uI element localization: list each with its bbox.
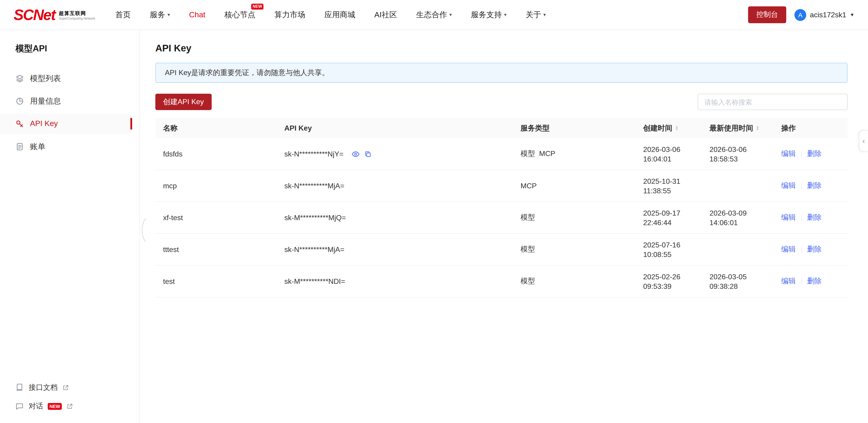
- row-service-type: 模型: [513, 213, 636, 222]
- delete-link[interactable]: 删除: [807, 181, 822, 191]
- row-last-used-time: 2026-03-0509:38:28: [702, 272, 774, 291]
- panel-collapse-tab[interactable]: ‹: [859, 130, 868, 152]
- nav-item-label: 生态合作: [416, 9, 447, 20]
- nav-item[interactable]: 算力市场: [274, 9, 305, 20]
- sidebar-item-chat[interactable]: 对话 NEW: [16, 402, 140, 411]
- row-api-key: sk-N**********NjY=: [284, 150, 344, 158]
- edit-link[interactable]: 编辑: [781, 149, 796, 159]
- chevron-down-icon: ▾: [504, 12, 506, 18]
- copy-icon[interactable]: [365, 150, 372, 158]
- nav-item[interactable]: AI社区: [374, 9, 397, 20]
- sort-icons: ▲▼: [675, 125, 679, 131]
- row-api-key: sk-M**********MjQ=: [284, 214, 346, 222]
- header-created-sort[interactable]: 创建时间 ▲▼: [636, 123, 702, 133]
- divider: [801, 182, 802, 189]
- edit-link[interactable]: 编辑: [781, 277, 796, 286]
- nav-item-label: 应用商城: [324, 9, 355, 20]
- external-link-icon: [66, 403, 73, 410]
- nav-item[interactable]: 应用商城: [324, 9, 355, 20]
- divider: [801, 215, 802, 221]
- user-menu[interactable]: A acis172sk1 ▼: [795, 9, 855, 21]
- top-navbar: SCNet 超算互联网 SuperComputing Network 首页 服务…: [0, 0, 868, 30]
- nav-item-label: 首页: [115, 9, 131, 20]
- nav-item[interactable]: 生态合作 ▾: [416, 9, 452, 20]
- chevron-down-icon: ▼: [850, 12, 855, 17]
- delete-link[interactable]: 删除: [807, 245, 822, 254]
- header-name: 名称: [155, 123, 277, 133]
- nav-item[interactable]: Chat: [189, 10, 205, 19]
- edit-link[interactable]: 编辑: [781, 213, 796, 222]
- table-row: fdsfds sk-N**********NjY= 模型 MCP 2026-03…: [155, 138, 847, 170]
- layers-icon: [16, 74, 24, 83]
- sidebar-collapse-handle[interactable]: [140, 218, 147, 245]
- row-service-type: 模型: [513, 277, 636, 286]
- delete-link[interactable]: 删除: [807, 213, 822, 222]
- delete-link[interactable]: 删除: [807, 277, 822, 286]
- console-button[interactable]: 控制台: [748, 6, 786, 23]
- table-body: fdsfds sk-N**********NjY= 模型 MCP 2026-03…: [155, 138, 847, 298]
- external-link-icon: [62, 384, 69, 391]
- chat-bubble-icon: [16, 402, 24, 411]
- toolbar: 创建API Key: [155, 94, 847, 110]
- row-last-used-time: 2026-03-0914:06:01: [702, 208, 774, 227]
- nav-items: 首页 服务 ▾ Chat 核心节点 NEW 算力市场 应用商城 AI社区 生态合…: [115, 9, 546, 20]
- info-alert: API Key是请求的重要凭证，请勿随意与他人共享。: [155, 63, 847, 83]
- sidebar-item-label: 模型列表: [30, 73, 61, 83]
- chevron-down-icon: ▾: [544, 12, 546, 18]
- row-service-type: 模型: [513, 245, 636, 254]
- edit-link[interactable]: 编辑: [781, 181, 796, 191]
- row-service-type: 模型 MCP: [513, 149, 636, 159]
- create-api-key-button[interactable]: 创建API Key: [155, 94, 212, 110]
- header-service-type: 服务类型: [513, 123, 636, 133]
- pie-chart-icon: [16, 97, 24, 105]
- sidebar-item-model-list[interactable]: 模型列表: [0, 68, 131, 88]
- page-title: API Key: [155, 43, 847, 54]
- nav-item[interactable]: 关于 ▾: [526, 9, 546, 20]
- new-badge: NEW: [251, 4, 264, 9]
- row-created-time: 2025-07-1610:08:55: [636, 240, 702, 259]
- delete-link[interactable]: 删除: [807, 149, 822, 159]
- app-window: SCNet 超算互联网 SuperComputing Network 首页 服务…: [0, 0, 868, 423]
- table-header: 名称 API Key 服务类型 创建时间 ▲▼ 最新使用时间 ▲▼ 操作: [155, 118, 847, 138]
- sidebar-item-label: 用量信息: [30, 96, 61, 106]
- header-last-used-sort[interactable]: 最新使用时间 ▲▼: [702, 123, 774, 133]
- book-icon: [16, 384, 24, 392]
- nav-item[interactable]: 服务 ▾: [150, 9, 170, 20]
- chevron-left-icon: ‹: [863, 137, 865, 145]
- sidebar-item-billing[interactable]: 账单: [0, 137, 131, 157]
- sidebar-item-api-docs[interactable]: 接口文档: [16, 383, 140, 393]
- row-name: fdsfds: [155, 150, 277, 158]
- nav-item-label: 关于: [526, 9, 541, 20]
- scnet-logo[interactable]: SCNet 超算互联网 SuperComputing Network: [13, 6, 95, 23]
- table-row: mcp sk-N**********MjA= MCP 2025-10-3111:…: [155, 170, 847, 202]
- sidebar-footer: 接口文档 对话 NEW: [0, 383, 140, 423]
- sidebar-item-api-key[interactable]: API Key: [0, 114, 131, 134]
- sidebar-footer-label: 接口文档: [29, 383, 58, 393]
- edit-link[interactable]: 编辑: [781, 245, 796, 254]
- avatar: A: [795, 9, 806, 21]
- nav-item-label: 服务支持: [471, 9, 502, 20]
- nav-item-label: 核心节点: [224, 9, 255, 20]
- nav-item-label: AI社区: [374, 9, 397, 20]
- eye-icon[interactable]: [352, 150, 360, 158]
- divider: [801, 151, 802, 157]
- nav-item[interactable]: 服务支持 ▾: [471, 9, 506, 20]
- nav-item[interactable]: 核心节点 NEW: [224, 9, 255, 20]
- row-api-key: sk-N**********MjA=: [284, 182, 344, 190]
- sidebar-item-usage[interactable]: 用量信息: [0, 91, 131, 111]
- nav-item[interactable]: 首页: [115, 9, 131, 20]
- divider: [801, 278, 802, 284]
- header-actions: 操作: [774, 123, 847, 133]
- search-input[interactable]: [698, 94, 847, 110]
- main-content: API Key API Key是请求的重要凭证，请勿随意与他人共享。 创建API…: [140, 30, 868, 423]
- logo-text: SCNet: [13, 6, 55, 23]
- info-alert-text: API Key是请求的重要凭证，请勿随意与他人共享。: [165, 68, 329, 78]
- row-name: test: [155, 277, 277, 285]
- bill-icon: [16, 142, 24, 151]
- sidebar: 模型API 模型列表 用量信息 API Key: [0, 30, 140, 423]
- nav-item-label: Chat: [189, 10, 205, 19]
- new-badge: NEW: [48, 403, 62, 410]
- sidebar-item-label: 账单: [30, 141, 45, 152]
- row-api-key: sk-N**********MjA=: [284, 245, 344, 254]
- row-created-time: 2025-10-3111:38:55: [636, 176, 702, 195]
